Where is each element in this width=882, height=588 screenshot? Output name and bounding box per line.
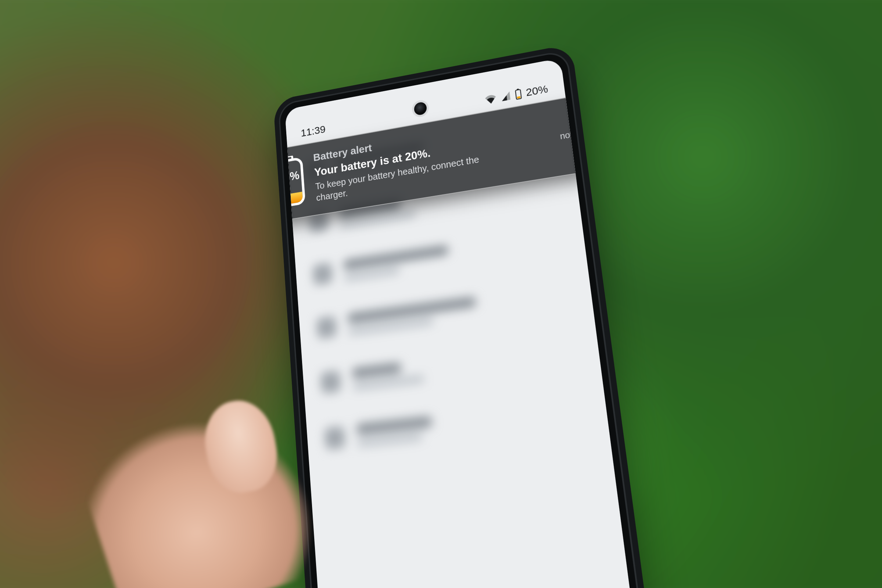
cellular-signal-icon: [500, 91, 511, 102]
notification-timestamp: now: [560, 129, 577, 141]
phone-screen: 11:39 20%: [285, 58, 653, 588]
battery-icon-percent-label: 20%: [285, 169, 300, 185]
status-time: 11:39: [300, 123, 326, 139]
battery-icon: 20%: [285, 200, 307, 211]
battery-status-icon: [514, 88, 522, 100]
svg-rect-2: [517, 96, 521, 99]
battery-status-text: 20%: [525, 82, 549, 99]
wifi-icon: [484, 93, 497, 104]
